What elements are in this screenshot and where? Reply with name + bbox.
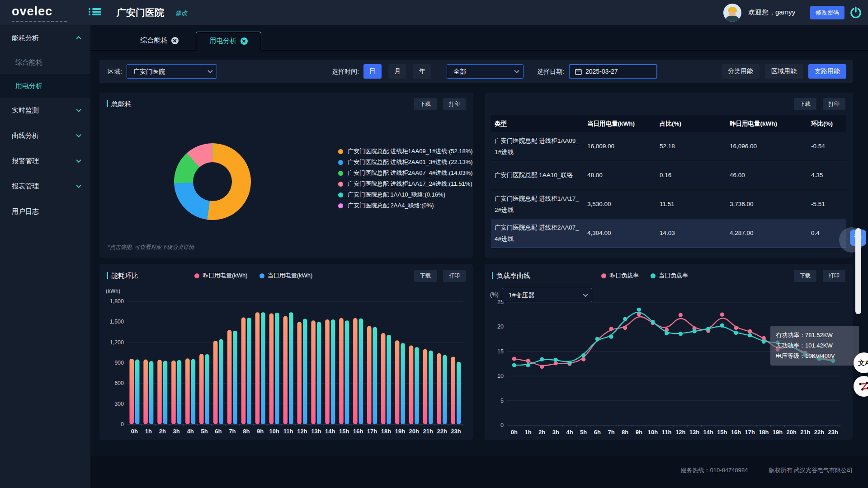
time-label: 选择时间:: [332, 64, 359, 79]
time-option-button[interactable]: 日: [363, 64, 382, 79]
footer: 服务热线：010-84748984 版权所有 武汉光谷电气有限公司: [90, 455, 868, 488]
svg-text:6h: 6h: [594, 429, 601, 436]
date-input[interactable]: 2025-03-27: [569, 64, 657, 79]
scrollbar-thumb[interactable]: [855, 228, 861, 314]
svg-text:1,500: 1,500: [110, 319, 124, 325]
avatar[interactable]: [723, 4, 741, 22]
tab-close-icon[interactable]: [241, 38, 248, 45]
network-extension-icon[interactable]: [854, 376, 868, 397]
svg-text:14h: 14h: [703, 429, 713, 436]
bar: [143, 359, 148, 424]
sidebar-item-5[interactable]: 报警管理: [0, 148, 90, 174]
copyright-text: 版权所有 武汉光谷电气有限公司: [769, 466, 853, 474]
calendar-icon: [575, 68, 582, 75]
svg-text:1,200: 1,200: [110, 339, 124, 346]
download-button[interactable]: 下载: [414, 98, 437, 110]
category-select[interactable]: 全部: [447, 64, 524, 79]
bar-chart: 03006009001,2001,5001,8000h1h2h3h4h5h6h7…: [102, 296, 469, 437]
sidebar-subitem-1[interactable]: 综合能耗: [0, 51, 90, 74]
sidebar-item-0[interactable]: 能耗分析: [0, 25, 90, 51]
legend-item: 广安门医院总配 2AA4_联络:(0%): [338, 200, 473, 211]
svg-text:8h: 8h: [243, 428, 250, 435]
svg-text:16h: 16h: [353, 428, 363, 435]
time-option-button[interactable]: 月: [388, 64, 406, 79]
pie-legend: 广安门医院总配 进线柜1AA09_1#进线:(52.18%)广安门医院总配 进线…: [338, 146, 473, 211]
legend-item[interactable]: 昨日用电量(kWh): [194, 272, 248, 280]
bar: [171, 361, 176, 424]
legend-item[interactable]: 当日用电量(kWh): [259, 272, 313, 280]
svg-text:0h: 0h: [131, 428, 138, 435]
svg-text:23h: 23h: [451, 428, 461, 435]
menu-toggle-icon[interactable]: [89, 7, 101, 18]
bar: [129, 359, 133, 424]
download-button[interactable]: 下载: [794, 270, 816, 282]
download-button[interactable]: 下载: [414, 270, 437, 282]
svg-text:18h: 18h: [381, 428, 391, 435]
bar: [325, 319, 330, 424]
table-row[interactable]: 广安门医院总配 进线柜1AA17_2#进线3,530.0011.513,736.…: [491, 190, 846, 219]
tab-1[interactable]: 用电分析: [196, 32, 261, 50]
bar: [331, 319, 335, 424]
svg-text:4h: 4h: [187, 428, 194, 435]
svg-text:20h: 20h: [409, 428, 419, 435]
sidebar-item-3[interactable]: 实时监测: [0, 98, 90, 123]
bar: [311, 320, 316, 424]
legend-dot: [338, 182, 343, 187]
svg-text:10h: 10h: [648, 429, 658, 436]
print-button[interactable]: 打印: [443, 270, 466, 282]
print-button[interactable]: 打印: [823, 270, 845, 282]
table-row[interactable]: 广安门医院总配 进线柜1AA09_1#进线16,009.0052.1816,09…: [491, 132, 846, 161]
sidebar: 能耗分析综合能耗用电分析实时监测曲线分析报警管理报表管理用户日志: [0, 25, 90, 488]
table-row[interactable]: 广安门医院总配 1AA10_联络48.000.1646.004.35: [491, 161, 846, 190]
bar: [247, 318, 251, 424]
chevron-up-icon: [76, 36, 81, 41]
time-option-button[interactable]: 年: [413, 64, 431, 79]
legend-dot: [651, 273, 656, 278]
sidebar-subitem-2[interactable]: 用电分析: [0, 74, 90, 98]
svg-text:10: 10: [497, 373, 504, 379]
bar: [227, 330, 232, 424]
svg-text:1h: 1h: [524, 429, 531, 436]
sidebar-item-6[interactable]: 报表管理: [0, 174, 90, 199]
bar: [269, 313, 274, 424]
legend-item[interactable]: 当日负载率: [651, 272, 688, 280]
usage-mode-button[interactable]: 分类用能: [722, 64, 760, 79]
svg-text:0: 0: [500, 422, 504, 428]
area-select[interactable]: 广安门医院: [127, 64, 217, 79]
bar: [303, 319, 307, 424]
legend-item[interactable]: 昨日负载率: [601, 272, 639, 280]
svg-text:22h: 22h: [814, 429, 824, 436]
panel-title: 负载率曲线: [492, 272, 530, 280]
logout-power-icon[interactable]: [849, 6, 863, 19]
bar: [317, 322, 321, 424]
svg-text:1h: 1h: [145, 428, 152, 435]
download-button[interactable]: 下载: [794, 98, 816, 110]
line-legend: 昨日负载率当日负载率: [601, 272, 688, 280]
transformer-select[interactable]: 1#变压器: [502, 288, 592, 302]
table-row[interactable]: 广安门医院总配 进线柜2AA07_4#进线4,304.0014.034,287.…: [491, 219, 846, 248]
print-button[interactable]: 打印: [443, 98, 466, 110]
legend-dot: [338, 171, 343, 176]
usage-mode-button[interactable]: 区域用能: [765, 64, 803, 79]
translate-extension-icon[interactable]: 文A: [854, 352, 868, 373]
bar: [185, 358, 190, 424]
sidebar-item-4[interactable]: 曲线分析: [0, 123, 90, 148]
table-header-row: 类型当日用电量(kWh)占比(%)昨日用电量(kWh)环比(%): [491, 115, 846, 132]
bar: [443, 355, 447, 424]
bar: [275, 313, 279, 424]
svg-text:5h: 5h: [201, 428, 208, 435]
tab-close-icon[interactable]: [171, 37, 179, 44]
svg-text:9h: 9h: [257, 428, 264, 435]
tab-0[interactable]: 综合能耗: [127, 31, 192, 50]
sidebar-item-7[interactable]: 用户日志: [0, 199, 90, 224]
bar: [353, 318, 358, 424]
change-password-button[interactable]: 修改密码: [810, 6, 844, 19]
top-bar: ovelec 广安门医院 修改 欢迎您，gamyy 修改密码: [0, 0, 868, 25]
bar: [261, 312, 265, 424]
usage-mode-button[interactable]: 支路用能: [808, 64, 846, 79]
svg-text:14h: 14h: [325, 428, 335, 435]
edit-title-link[interactable]: 修改: [175, 9, 187, 17]
print-button[interactable]: 打印: [823, 98, 845, 110]
energy-compare-panel: 能耗环比 昨日用电量(kWh)当日用电量(kWh) 下载 打印 (kWh) 03…: [99, 264, 473, 440]
svg-text:900: 900: [114, 360, 124, 366]
